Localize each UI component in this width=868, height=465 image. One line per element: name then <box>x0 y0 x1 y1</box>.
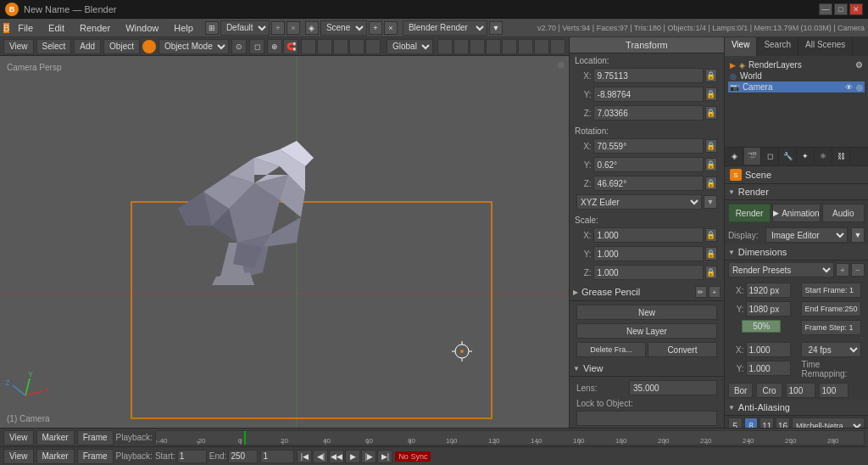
start-frame-input[interactable] <box>801 283 861 298</box>
transform-tool-5[interactable] <box>365 39 381 54</box>
prop-tab-modifier[interactable]: 🔧 <box>780 148 797 165</box>
scene-select[interactable]: Scene <box>320 20 367 36</box>
outliner-item-camera[interactable]: 📷 Camera 👁 ◎ <box>728 81 865 92</box>
extra-btn-5[interactable] <box>502 39 517 54</box>
scale-y-input[interactable] <box>593 246 704 261</box>
menu-file[interactable]: File <box>11 21 40 35</box>
grease-pencil-toggle[interactable]: ▶ Grease Pencil ✏ + <box>570 283 724 301</box>
outliner-item-world[interactable]: ◎ World <box>728 70 865 81</box>
jump-start-button[interactable]: |◀ <box>297 450 312 463</box>
location-z-input[interactable] <box>593 105 704 120</box>
aa-16-button[interactable]: 16 <box>776 417 790 428</box>
border-button[interactable]: Bor <box>728 383 754 398</box>
render-button[interactable]: Render <box>728 204 771 222</box>
end-frame-input[interactable] <box>801 301 861 317</box>
scene-add-button[interactable]: + <box>369 21 382 35</box>
presets-remove-button[interactable]: − <box>851 263 865 277</box>
rotation-y-input[interactable] <box>593 157 704 172</box>
lock-object-input[interactable] <box>576 411 717 426</box>
scale-x-input[interactable] <box>593 227 704 243</box>
prop-tab-physics[interactable]: ⚛ <box>815 148 832 165</box>
extra-btn-8[interactable] <box>550 39 565 54</box>
remap-old-input[interactable] <box>786 383 815 398</box>
percent-button[interactable]: 50% <box>742 320 781 333</box>
aa-11-button[interactable]: 11 <box>760 417 774 428</box>
extra-btn-2[interactable] <box>453 39 469 54</box>
engine-menu-button[interactable]: ▼ <box>489 21 503 35</box>
rotation-z-lock[interactable]: 🔒 <box>705 176 717 190</box>
rotation-z-input[interactable] <box>593 176 704 191</box>
pivot-button[interactable]: ⊕ <box>267 39 282 54</box>
fps-select[interactable]: 24 fps <box>801 342 861 357</box>
scale-z-lock[interactable]: 🔒 <box>705 266 717 279</box>
rotation-x-input[interactable] <box>593 138 704 154</box>
bottom-view-button[interactable]: View <box>3 430 34 445</box>
bottom-frame-button[interactable]: Frame <box>77 430 114 445</box>
dimensions-toggle[interactable]: ▼ Dimensions <box>725 244 868 261</box>
layout-select[interactable]: Default <box>220 20 270 36</box>
layout-remove-button[interactable]: × <box>287 21 300 35</box>
grease-pencil-icon[interactable]: ✏ <box>695 286 707 298</box>
rotation-mode-arrow[interactable]: ▼ <box>704 195 717 209</box>
outliner-item-renderlayers[interactable]: ▶ ◈ RenderLayers ⚙ <box>728 59 865 70</box>
menu-window[interactable]: Window <box>119 21 165 35</box>
extra-btn-3[interactable] <box>470 39 485 54</box>
select-menu-button[interactable]: Select <box>36 39 72 54</box>
rotation-mode-select[interactable]: XYZ Euler <box>576 194 702 210</box>
object-menu-button[interactable]: Object <box>103 39 140 54</box>
grease-pencil-plus[interactable]: + <box>709 286 721 298</box>
aa-toggle[interactable]: ▼ Anti-Aliasing <box>725 400 868 416</box>
jump-end-button[interactable]: ▶| <box>377 450 392 463</box>
display-select[interactable]: Image Editor <box>765 227 848 243</box>
viewport-option-button[interactable]: ◻ <box>249 39 264 54</box>
timeline-marker-button[interactable]: Marker <box>36 449 75 464</box>
play-back-button[interactable]: ◀◀ <box>329 450 344 463</box>
aa-method-select[interactable]: Mitchell-Netra... <box>792 417 865 428</box>
location-x-lock[interactable]: 🔒 <box>705 69 717 82</box>
aa-5-button[interactable]: 5 <box>728 417 743 428</box>
view-menu-button[interactable]: View <box>3 39 34 54</box>
space-select[interactable]: Global <box>387 39 433 54</box>
prop-tab-object[interactable]: ◻ <box>762 148 779 165</box>
grease-delete-button[interactable]: Delete Fra... <box>576 342 646 357</box>
scale-z-input[interactable] <box>593 265 704 280</box>
snap-button[interactable]: 🧲 <box>283 39 298 54</box>
render-section-toggle[interactable]: ▼ Render <box>725 184 868 200</box>
grease-new-button[interactable]: New <box>576 305 717 320</box>
extra-btn-7[interactable] <box>534 39 549 54</box>
crop-button[interactable]: Cro <box>756 383 782 398</box>
add-menu-button[interactable]: Add <box>74 39 101 54</box>
tab-all-scenes[interactable]: All Scenes <box>798 37 853 56</box>
scale-x-lock[interactable]: 🔒 <box>705 228 717 242</box>
aa-8-button[interactable]: 8 <box>744 417 759 428</box>
bottom-marker-button[interactable]: Marker <box>36 430 75 445</box>
display-arrow-button[interactable]: ▼ <box>851 227 865 243</box>
start-frame-value[interactable] <box>177 450 207 463</box>
prop-tab-constraints[interactable]: ⛓ <box>833 148 850 165</box>
menu-edit[interactable]: Edit <box>42 21 71 35</box>
3d-viewport[interactable]: Camera Persp <box>0 56 569 428</box>
location-y-lock[interactable]: 🔒 <box>705 87 717 101</box>
tab-search[interactable]: Search <box>757 37 798 56</box>
close-button[interactable]: ✕ <box>849 3 863 15</box>
transform-tool-3[interactable] <box>333 39 348 54</box>
transform-tool-1[interactable] <box>301 39 316 54</box>
location-y-input[interactable] <box>593 87 704 102</box>
camera-hide-icon[interactable]: 👁 <box>845 83 853 92</box>
lens-input[interactable] <box>629 380 717 395</box>
view-section-toggle[interactable]: ▼ View <box>570 361 724 377</box>
step-back-button[interactable]: ◀| <box>313 450 328 463</box>
presets-add-button[interactable]: + <box>836 263 849 277</box>
sync-status[interactable]: No Sync <box>395 451 431 462</box>
timeline-area[interactable]: -40 -20 0 20 40 60 80 100 120 140 160 18… <box>155 430 865 445</box>
step-forward-button[interactable]: |▶ <box>361 450 376 463</box>
prop-tab-particles[interactable]: ✦ <box>798 148 815 165</box>
camera-render-icon[interactable]: ◎ <box>856 83 863 92</box>
mode-select[interactable]: Object Mode <box>159 39 229 54</box>
tab-view[interactable]: View <box>725 37 758 56</box>
location-x-input[interactable] <box>593 68 704 83</box>
layout-add-button[interactable]: + <box>271 21 285 35</box>
render-engine-select[interactable]: Blender Render <box>403 20 487 36</box>
scale-y-lock[interactable]: 🔒 <box>705 247 717 261</box>
frame-step-input[interactable] <box>801 320 861 335</box>
